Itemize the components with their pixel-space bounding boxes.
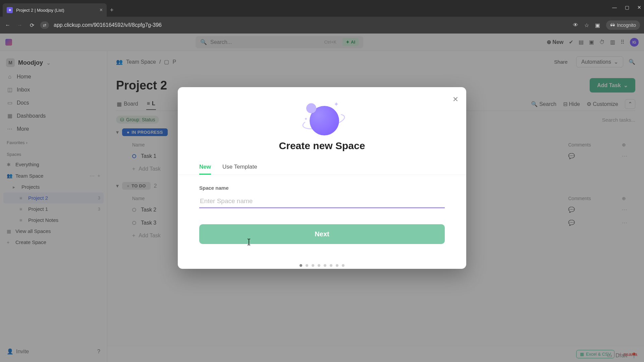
tab-favicon: ✦: [7, 7, 13, 13]
modal-close-button[interactable]: ×: [453, 94, 458, 105]
tab-close-icon[interactable]: ×: [100, 7, 103, 13]
step-dot: [336, 264, 338, 267]
tab-title: Project 2 | Moodjoy (List): [16, 8, 96, 13]
incognito-badge[interactable]: 🕶 Incognito: [606, 20, 640, 30]
app-root: 🔍 Search... Ctrl+K ✦ AI ⊕ New ✔ ▤ ▣ ⏱ ▥ …: [0, 34, 644, 362]
step-dot: [330, 264, 332, 267]
eye-off-icon[interactable]: 👁: [573, 22, 578, 28]
step-dot: [300, 264, 302, 267]
modal-title: Create new Space: [279, 140, 365, 152]
forward-icon[interactable]: →: [16, 22, 23, 28]
step-dot: [318, 264, 320, 267]
reload-icon[interactable]: ⟳: [28, 22, 36, 28]
maximize-icon[interactable]: ▢: [625, 5, 629, 10]
close-window-icon[interactable]: ✕: [637, 5, 641, 10]
create-space-modal: × ✦ ✦ Create new Space New Use Template …: [178, 87, 466, 269]
browser-nav-bar: ← → ⟳ ⇄ app.clickup.com/9016164592/v/l/8…: [0, 17, 644, 34]
next-button[interactable]: Next: [199, 224, 445, 244]
modal-tab-template[interactable]: Use Template: [222, 160, 257, 175]
site-info-icon[interactable]: ⇄: [40, 21, 49, 29]
planet-illustration: ✦ ✦: [304, 100, 340, 137]
back-icon[interactable]: ←: [4, 22, 11, 28]
step-dot: [312, 264, 314, 267]
bookmark-icon[interactable]: ☆: [584, 22, 589, 28]
space-name-label: Space name: [199, 185, 445, 191]
modal-tab-new[interactable]: New: [199, 160, 211, 175]
incognito-icon: 🕶: [610, 22, 615, 28]
modal-tabs: New Use Template: [178, 160, 466, 175]
url-bar[interactable]: app.clickup.com/9016164592/v/l/8cpfg7g-3…: [54, 22, 568, 28]
minimize-icon[interactable]: —: [612, 5, 617, 10]
new-tab-button[interactable]: +: [110, 7, 114, 14]
step-indicator: [178, 257, 466, 269]
window-controls: — ▢ ✕: [612, 5, 641, 10]
browser-tab-strip: ✦ Project 2 | Moodjoy (List) × + — ▢ ✕: [0, 0, 644, 17]
incognito-label: Incognito: [617, 22, 636, 28]
space-name-input[interactable]: [199, 195, 445, 208]
panel-icon[interactable]: ▣: [595, 22, 600, 28]
browser-tab[interactable]: ✦ Project 2 | Moodjoy (List) ×: [3, 3, 107, 17]
step-dot: [306, 264, 308, 267]
step-dot: [342, 264, 344, 267]
step-dot: [324, 264, 326, 267]
